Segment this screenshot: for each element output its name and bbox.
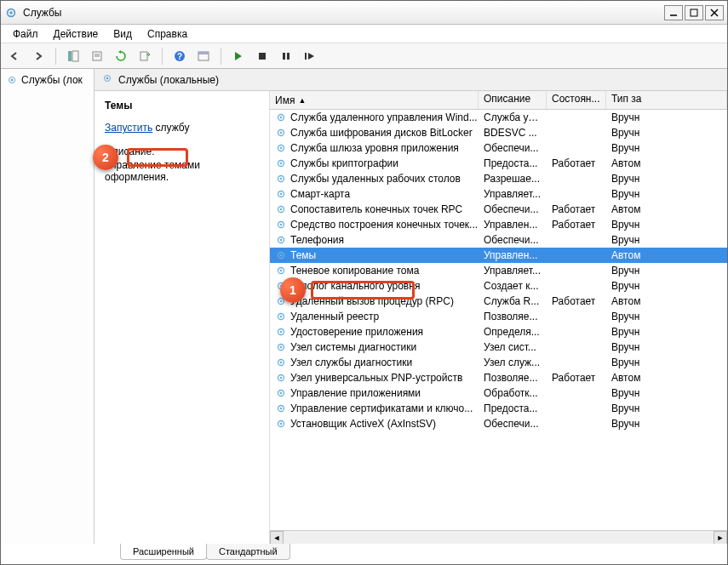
service-row[interactable]: Узел службы диагностикиУзел служ...Вручн xyxy=(270,355,727,370)
pause-service-button[interactable] xyxy=(276,46,296,66)
services-icon xyxy=(4,6,18,20)
gear-icon xyxy=(275,311,287,322)
svg-point-61 xyxy=(280,392,283,395)
svg-point-53 xyxy=(280,331,283,334)
service-row[interactable]: Узел системы диагностикиУзел сист...Вруч… xyxy=(270,340,727,355)
service-row[interactable]: Установщик ActiveX (AxInstSV)Обеспечи...… xyxy=(270,416,727,431)
service-row[interactable]: Служба удаленного управления Wind...Служ… xyxy=(270,110,727,125)
service-row[interactable]: Удаленный реестрПозволяе...Вручн xyxy=(270,309,727,324)
svg-point-45 xyxy=(280,270,283,272)
svg-point-25 xyxy=(280,117,283,119)
service-desc: Управляет... xyxy=(479,265,547,277)
gear-icon xyxy=(275,357,287,368)
service-state: Работает xyxy=(547,295,606,307)
menu-view[interactable]: Вид xyxy=(106,26,139,42)
back-button[interactable] xyxy=(4,46,25,66)
service-row[interactable]: Управление приложениямиОбработк...Вручн xyxy=(270,385,727,401)
service-desc: BDESVC ... xyxy=(479,127,547,139)
tab-standard[interactable]: Стандартный xyxy=(206,544,290,560)
start-service-button[interactable] xyxy=(228,46,249,66)
maximize-button[interactable] xyxy=(685,5,703,20)
service-desc: Позволяе... xyxy=(479,311,547,322)
forward-button[interactable] xyxy=(28,46,49,66)
svg-point-35 xyxy=(280,193,283,196)
menu-file[interactable]: Файл xyxy=(6,26,45,42)
column-type[interactable]: Тип за xyxy=(606,91,727,109)
svg-point-41 xyxy=(280,239,283,242)
service-desc: Предоста... xyxy=(479,402,547,414)
tree-item-services[interactable]: Службы (лок xyxy=(4,72,90,88)
service-name: Смарт-карта xyxy=(290,188,350,200)
service-desc: Обеспечи... xyxy=(479,203,547,215)
svg-point-63 xyxy=(280,408,283,410)
titlebar[interactable]: Службы xyxy=(1,1,727,25)
service-row[interactable]: Служба шифрования дисков BitLockerBDESVC… xyxy=(270,125,727,140)
service-type: Вручн xyxy=(606,188,727,200)
toolbar-icon[interactable] xyxy=(193,46,214,66)
service-name: Служба шифрования дисков BitLocker xyxy=(290,127,473,139)
help-button[interactable]: ? xyxy=(169,46,190,66)
service-row[interactable]: Сопоставитель конечных точек RPCОбеспечи… xyxy=(270,202,727,217)
scroll-right-button[interactable]: ► xyxy=(714,531,727,544)
callout-badge-2: 2 xyxy=(93,145,118,170)
service-row[interactable]: Теневое копирование томаУправляет...Вруч… xyxy=(270,263,727,278)
service-desc: Обеспечи... xyxy=(479,234,547,246)
svg-rect-11 xyxy=(140,52,147,60)
gear-icon xyxy=(275,157,287,169)
tree-pane[interactable]: Службы (лок xyxy=(1,69,95,544)
restart-service-button[interactable] xyxy=(300,46,320,66)
callout-badge-1: 1 xyxy=(280,277,306,303)
svg-point-59 xyxy=(280,377,283,380)
service-type: Автом xyxy=(606,295,727,307)
service-name: Управление сертификатами и ключо... xyxy=(290,402,473,414)
properties-button[interactable] xyxy=(87,46,107,66)
column-state[interactable]: Состоян... xyxy=(547,91,606,109)
gear-icon xyxy=(275,142,287,154)
service-row[interactable]: Управление сертификатами и ключо...Предо… xyxy=(270,401,727,416)
service-row[interactable]: Служба шлюза уровня приложенияОбеспечи..… xyxy=(270,140,727,156)
service-row[interactable]: Средство построения конечных точек...Упр… xyxy=(270,217,727,232)
svg-point-31 xyxy=(280,163,283,165)
service-name: Служба удаленного управления Wind... xyxy=(290,111,478,123)
tree-label: Службы (лок xyxy=(21,74,83,86)
service-row[interactable]: Службы удаленных рабочих столовРазрешае.… xyxy=(270,171,727,186)
export-button[interactable] xyxy=(135,46,155,66)
tab-extended[interactable]: Расширенный xyxy=(120,544,207,560)
service-name: Службы удаленных рабочих столов xyxy=(290,173,461,185)
gear-icon xyxy=(275,326,287,338)
service-row[interactable]: Удостоверение приложенияОпределя...Вручн xyxy=(270,324,727,340)
gear-icon xyxy=(275,418,287,430)
column-name[interactable]: Имя ▲ xyxy=(270,91,479,109)
service-row[interactable]: ТелефонияОбеспечи...Вручн xyxy=(270,232,727,248)
horizontal-scrollbar[interactable]: ◄ ► xyxy=(270,530,727,544)
refresh-button[interactable] xyxy=(111,46,131,66)
service-row[interactable]: Смарт-картаУправляет...Вручн xyxy=(270,186,727,202)
show-hide-tree-button[interactable] xyxy=(63,46,83,66)
svg-rect-3 xyxy=(691,9,697,16)
menu-action[interactable]: Действие xyxy=(47,26,106,42)
menu-help[interactable]: Справка xyxy=(140,26,194,42)
service-row[interactable]: ТемыУправлен...Автом xyxy=(270,248,727,263)
minimize-button[interactable] xyxy=(664,5,683,20)
gear-icon xyxy=(275,402,287,414)
service-type: Вручн xyxy=(606,341,727,353)
menubar: Файл Действие Вид Справка xyxy=(1,25,727,43)
service-type: Вручн xyxy=(606,357,727,368)
start-service-link[interactable]: Запустить xyxy=(105,122,152,134)
service-type: Вручн xyxy=(606,387,727,399)
sort-indicator-icon: ▲ xyxy=(298,96,306,105)
gear-icon xyxy=(275,341,287,353)
column-description[interactable]: Описание xyxy=(479,91,547,109)
service-row[interactable]: Узел универсальных PNP-устройствПозволяе… xyxy=(270,370,727,385)
stop-service-button[interactable] xyxy=(252,46,272,66)
service-name: Телефония xyxy=(290,234,344,246)
scroll-track[interactable] xyxy=(284,531,714,544)
service-type: Автом xyxy=(606,203,727,215)
service-name: Служба шлюза уровня приложения xyxy=(290,142,459,154)
scroll-left-button[interactable]: ◄ xyxy=(270,531,284,544)
service-state: Работает xyxy=(547,219,606,231)
close-button[interactable] xyxy=(705,5,724,20)
svg-point-29 xyxy=(280,147,283,150)
svg-point-51 xyxy=(280,316,283,318)
service-row[interactable]: Службы криптографииПредоста...РаботаетАв… xyxy=(270,156,727,171)
